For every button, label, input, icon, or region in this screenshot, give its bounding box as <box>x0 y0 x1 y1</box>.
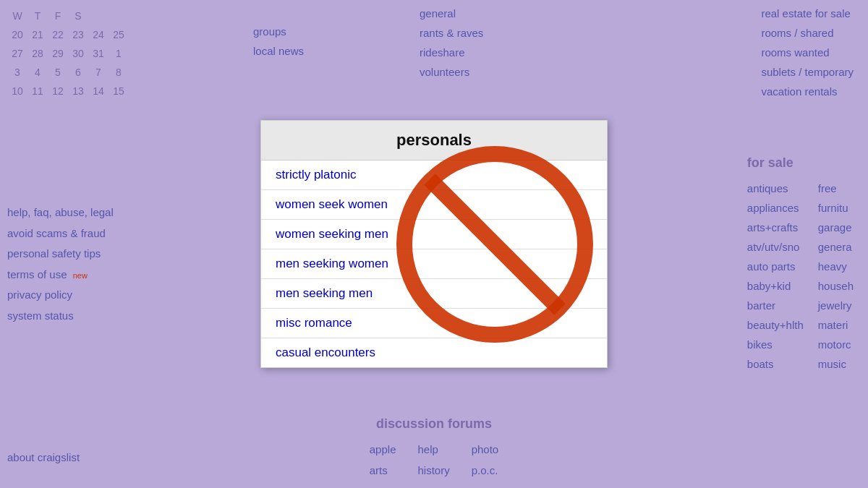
bg-link-poc: p.o.c. <box>472 461 499 481</box>
bg-link-furniture: furnitu <box>818 198 854 218</box>
bg-link-rooms-shared: rooms / shared <box>761 23 854 43</box>
bg-link-garage: garage <box>818 218 854 237</box>
bg-link-privacy: privacy policy <box>7 285 114 306</box>
modal-item-men-seeking-men[interactable]: men seeking men <box>261 279 607 309</box>
bg-about: about craigslist <box>7 448 80 467</box>
bg-link-free: free <box>818 179 854 198</box>
bg-link-sublets: sublets / temporary <box>761 62 854 82</box>
bg-link-localnews: local news <box>253 41 304 61</box>
link-misc-romance[interactable]: misc romance <box>276 316 352 330</box>
modal-item-women-seek-women[interactable]: women seek women <box>261 190 607 220</box>
bg-link-babykid: baby+kid <box>747 276 804 296</box>
bg-left-sidebar-links: help, faq, abuse, legal avoid scams & fr… <box>7 202 114 326</box>
bg-forums-col3: photo p.o.c. <box>472 440 499 481</box>
bg-link-vacation: vacation rentals <box>761 82 854 101</box>
bg-link-rideshare: rideshare <box>420 43 483 62</box>
bg-link-rants: rants & raves <box>420 23 483 43</box>
modal-title: personals <box>276 131 592 150</box>
bg-forums-section: discussion forums apple arts help histor… <box>253 413 615 488</box>
bg-link-scams: avoid scams & fraud <box>7 223 114 244</box>
bg-forsale-title: for sale <box>747 152 854 174</box>
bg-housing-links: real estate for sale rooms / shared room… <box>746 0 868 108</box>
bg-calendar: WTFS 202122232425 27282930311 345678 101… <box>0 0 136 108</box>
bg-link-history: history <box>417 461 449 481</box>
bg-link-arts: arts <box>370 461 396 481</box>
bg-link-safety: personal safety tips <box>7 244 114 265</box>
bg-link-terms: terms of use new <box>7 265 114 286</box>
personals-modal[interactable]: personals strictly platonic women seek w… <box>260 120 608 368</box>
bg-forsale-col1: antiques appliances arts+crafts atv/utv/… <box>747 179 804 374</box>
bg-link-autoparts: auto parts <box>747 257 804 276</box>
bg-link-rooms-wanted: rooms wanted <box>761 43 854 62</box>
modal-item-men-seeking-women[interactable]: men seeking women <box>261 249 607 279</box>
bg-link-bikes: bikes <box>747 335 804 354</box>
bg-link-photo: photo <box>472 440 499 461</box>
bg-link-help: help, faq, abuse, legal <box>7 202 114 223</box>
modal-item-casual-encounters[interactable]: casual encounters <box>261 338 607 367</box>
bg-link-artscrafts: arts+crafts <box>747 218 804 237</box>
bg-link-volunteers: volunteers <box>420 62 483 82</box>
bg-community-links2: general rants & raves rideshare voluntee… <box>412 0 483 82</box>
bg-forums-col1: apple arts <box>370 440 396 481</box>
bg-community-links: groups local news <box>246 0 304 61</box>
modal-item-strictly-platonic[interactable]: strictly platonic <box>261 160 607 190</box>
bg-forums-col2: help history <box>417 440 449 481</box>
link-casual-encounters[interactable]: casual encounters <box>276 346 375 359</box>
modal-item-misc-romance[interactable]: misc romance <box>261 309 607 338</box>
bg-link-general: general <box>420 4 483 23</box>
link-men-seeking-women[interactable]: men seeking women <box>276 257 388 270</box>
bg-link-helpforum: help <box>417 440 449 461</box>
bg-link-apple: apple <box>370 440 396 461</box>
bg-link-groups: groups <box>253 22 304 41</box>
bg-link-barter: barter <box>747 296 804 315</box>
bg-forsale-section: for sale antiques appliances arts+crafts… <box>733 145 868 381</box>
bg-forsale-col2: free furnitu garage genera heavy househ … <box>818 179 854 374</box>
bg-link-materials: materi <box>818 315 854 335</box>
bg-forums-title: discussion forums <box>253 413 615 435</box>
bg-link-antiques: antiques <box>747 179 804 198</box>
bg-link-realestate: real estate for sale <box>761 4 854 23</box>
modal-header: personals <box>261 121 607 160</box>
bg-link-beauty: beauty+hlth <box>747 315 804 335</box>
bg-link-motorcycles: motorc <box>818 335 854 354</box>
link-men-seeking-men[interactable]: men seeking men <box>276 286 373 300</box>
bg-link-heavy: heavy <box>818 257 854 276</box>
bg-link-boats: boats <box>747 354 804 374</box>
bg-link-music: music <box>818 354 854 374</box>
bg-link-household: househ <box>818 276 854 296</box>
bg-link-status: system status <box>7 306 114 327</box>
modal-item-women-seeking-men[interactable]: women seeking men <box>261 220 607 249</box>
new-badge: new <box>73 271 88 280</box>
link-strictly-platonic[interactable]: strictly platonic <box>276 168 356 181</box>
modal-body: strictly platonic women seek women women… <box>261 160 607 367</box>
link-women-seek-women[interactable]: women seek women <box>276 197 388 211</box>
link-women-seeking-men[interactable]: women seeking men <box>276 227 388 241</box>
bg-link-general: genera <box>818 237 854 257</box>
bg-link-appliances: appliances <box>747 198 804 218</box>
bg-link-jewelry: jewelry <box>818 296 854 315</box>
bg-link-about: about craigslist <box>7 451 80 463</box>
bg-link-atv: atv/utv/sno <box>747 237 804 257</box>
